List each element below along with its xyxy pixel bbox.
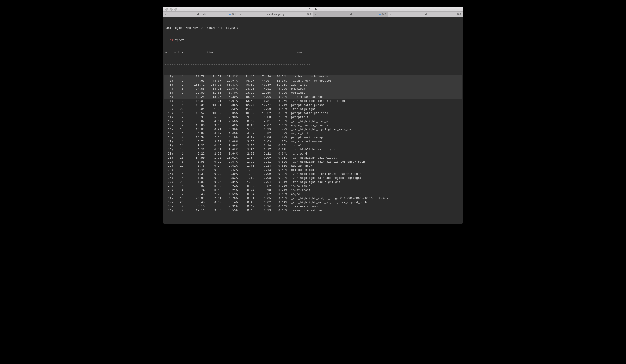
cell-num: 20)	[164, 152, 173, 156]
cell-t3: 53.33%	[221, 83, 237, 87]
zprof-row: 33)23.161.580.92%0.470.240.14%zle-reset-…	[164, 205, 462, 209]
zprof-row: 18)213.320.160.96%3.290.160.96%(anon)	[164, 144, 462, 148]
cell-s3: 0.64%	[271, 152, 287, 156]
cell-s2: 0.13	[254, 168, 271, 172]
cell-calls: 1	[173, 95, 183, 99]
cell-num: 16)	[164, 136, 173, 140]
cell-num: 14)	[164, 127, 173, 132]
cell-name: _async_zle_watcher	[287, 209, 323, 213]
cell-t1: 74.55	[183, 87, 205, 91]
cell-calls: 15	[173, 127, 183, 132]
cell-name: _zsh_highlight_add_highlight	[287, 180, 340, 184]
tab-0[interactable]: ×clair (zsh)⌘1	[163, 12, 238, 17]
cell-calls: 20	[173, 107, 183, 111]
tab-dirty-icon	[379, 13, 381, 15]
cell-s2: 0.14	[254, 164, 271, 168]
cell-s3: 3.95%	[271, 99, 287, 103]
tab-close-icon[interactable]: ×	[315, 13, 317, 16]
cell-t1: 34.50	[183, 156, 205, 160]
cell-name: _zsh_highlight	[287, 107, 316, 111]
close-button[interactable]	[165, 8, 168, 11]
cell-t3: 1.59%	[221, 192, 237, 196]
tab-close-icon[interactable]: ×	[390, 13, 392, 16]
cell-s1: 1.06	[237, 180, 254, 184]
tab-1[interactable]: ×sandbox (zsh)⌘2	[238, 12, 313, 17]
cell-t2: 0.18	[205, 188, 221, 192]
zoom-button[interactable]	[174, 8, 177, 11]
tab-2[interactable]: ×zsh⌘3	[313, 12, 388, 17]
cell-calls: 1	[173, 83, 183, 87]
cell-num: 27)	[164, 180, 173, 184]
zprof-row: 3)1183.72183.7253.33%40.3940.3911.73%zge…	[164, 83, 462, 87]
cell-s2: 4.82	[254, 132, 271, 136]
tab-title: zsh	[423, 13, 428, 16]
terminal-window: 1. zsh ×clair (zsh)⌘1×sandbox (zsh)⌘2×zs…	[163, 7, 463, 224]
cell-calls: 5	[173, 87, 183, 91]
cell-t3: 5.42%	[221, 123, 237, 127]
cell-t3: 1.08%	[221, 140, 237, 144]
cell-t1: 1.33	[183, 172, 205, 176]
cell-s3: 3.46%	[271, 107, 287, 111]
cell-s2: 2.22	[254, 152, 271, 156]
tab-title: zsh	[348, 13, 353, 16]
cell-s3: 2.36%	[271, 123, 287, 127]
zprof-row: 1)171.7371.7320.82%71.4671.4620.74%__kub…	[164, 75, 462, 79]
cell-s1: 40.39	[237, 83, 254, 87]
cell-s2: 0.31	[254, 160, 271, 164]
terminal-body[interactable]: Last login: Wed Nov 8 16:59:37 on ttys00…	[163, 17, 463, 224]
cell-t2: 1.50	[205, 107, 221, 111]
cell-s2: 0.09	[254, 156, 271, 160]
cell-s3: 1.05%	[271, 140, 287, 144]
cell-calls: 2	[173, 209, 183, 213]
cell-name: _zsh_highlight_main_highlighter_check_pa…	[287, 160, 365, 164]
tab-close-icon[interactable]: ×	[165, 13, 167, 16]
tab-3[interactable]: ×zsh⌘4	[388, 12, 463, 17]
cell-t3: 0.31%	[221, 180, 237, 184]
tab-right: ⌘3	[379, 13, 386, 16]
cell-t3: 0.39%	[221, 172, 237, 176]
cell-t1: 0.74	[183, 188, 205, 192]
zprof-row: 31)1023.092.316.70%0.510.050.15%_zsh_hig…	[164, 196, 462, 200]
cell-t3: 3.05%	[221, 111, 237, 115]
cell-s1: 0.82	[237, 184, 254, 188]
titlebar[interactable]: 1. zsh	[163, 7, 463, 12]
cell-calls: 14	[173, 148, 183, 152]
cell-name: pmodload	[287, 87, 305, 91]
cell-s3: 0.21%	[271, 188, 287, 192]
cell-t3: 20.82%	[221, 75, 237, 79]
cell-calls: 1	[173, 184, 183, 188]
cell-s2: 11.55	[254, 91, 271, 95]
cell-s3: 20.74%	[271, 75, 287, 79]
cell-name: add-zsh-hook	[287, 164, 312, 168]
cell-t3: 6.70%	[221, 196, 237, 200]
cell-num: 21)	[164, 156, 173, 160]
cell-num: 10)	[164, 111, 173, 115]
minimize-button[interactable]	[170, 8, 173, 11]
cell-s2: 0.32	[254, 192, 271, 196]
cell-t2: 0.82	[205, 184, 221, 188]
cell-t2: 4.31	[205, 119, 221, 123]
cell-t2: 14.91	[205, 87, 221, 91]
cell-name: __helm_bash_source	[287, 95, 323, 99]
cell-s1: 0.48	[237, 200, 254, 205]
cell-name: _zsh_highlight_main_highlighter_expand_p…	[287, 200, 367, 205]
cell-t2: 5.00	[205, 115, 221, 119]
cell-num: 18)	[164, 144, 173, 148]
zprof-row: 26)141.820.130.53%1.190.080.34%_zsh_high…	[164, 176, 462, 180]
cell-t3: 2.90%	[221, 115, 237, 119]
cell-t1: 23.09	[183, 91, 205, 95]
cell-t2: 0.09	[205, 172, 221, 176]
cell-t3: 0.57%	[221, 160, 237, 164]
tab-dirty-icon	[229, 13, 231, 15]
cell-name: __kubectl_bash_source	[287, 75, 328, 79]
tab-close-icon[interactable]: ×	[240, 13, 242, 16]
cell-s3: 3.05%	[271, 111, 287, 115]
cell-s2: 3.63	[254, 140, 271, 144]
cell-num: 8)	[164, 103, 173, 107]
cell-s2: 0.17	[254, 148, 271, 152]
cell-name: _zsh_highlight_main__type	[287, 148, 335, 152]
cell-num: 28)	[164, 184, 173, 188]
cell-t3: 2.50%	[221, 119, 237, 123]
cell-calls: 2	[173, 136, 183, 140]
cell-s1: 4.82	[237, 132, 254, 136]
